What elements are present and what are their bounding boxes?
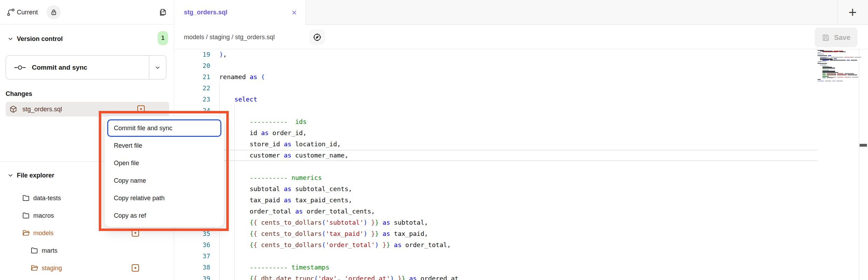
tab-stg-orders[interactable]: stg_orders.sql — [174, 0, 306, 25]
code-line-39: {{ dbt.date_trunc('day', 'ordered_at') }… — [219, 273, 459, 280]
line-number: 38 — [189, 262, 210, 273]
menu-item-copy-name[interactable]: Copy name — [107, 172, 221, 189]
chevron-down-icon — [7, 172, 14, 179]
menu-item-open-file[interactable]: Open file — [107, 154, 221, 172]
code-editor[interactable]: 1920212223242526272829303132333435363738… — [174, 49, 868, 280]
folder-closed-icon — [22, 194, 30, 202]
folder-closed-icon — [30, 246, 39, 254]
tree-item-label: marts — [42, 247, 57, 254]
save-button-label: Save — [834, 34, 850, 42]
code-line-28: customer as customer_name, — [219, 150, 459, 161]
file-header-bar: models / staging / stg_orders.sql Save — [174, 25, 868, 49]
minimap-row — [818, 82, 858, 82]
tree-item-staging[interactable]: staging — [0, 259, 174, 277]
line-number: 20 — [189, 60, 210, 71]
code-line-31: subtotal as subtotal_cents, — [219, 183, 459, 195]
folder-open-icon — [22, 229, 30, 237]
code-line-19: ), — [219, 49, 459, 60]
line-number: 24 — [189, 105, 210, 116]
code-line-26: id as order_id, — [219, 127, 459, 139]
version-control-section-header[interactable]: Version control 1 — [0, 31, 174, 47]
line-number: 21 — [189, 71, 210, 83]
folder-open-icon — [30, 264, 39, 272]
code-line-35: {{ cents_to_dollars('tax_paid') }} as ta… — [219, 228, 459, 239]
section-title: Version control — [17, 35, 63, 43]
tree-item-label: models — [33, 230, 54, 237]
new-tab-button[interactable]: + — [842, 0, 863, 24]
code-line-21: renamed as ( — [219, 71, 459, 83]
close-icon[interactable] — [291, 9, 298, 16]
commit-and-sync-button[interactable]: Commit and sync — [6, 56, 149, 79]
branch-header: Current — [0, 0, 174, 24]
menu-item-commit-file-and-sync[interactable]: Commit file and sync — [107, 119, 221, 137]
code-line-37 — [219, 251, 459, 262]
overview-ruler-cursor-marker — [860, 144, 867, 147]
main-panel: stg_orders.sql + models / staging / stg_… — [174, 0, 868, 280]
tabbar-separator — [837, 0, 838, 24]
line-number: 37 — [189, 251, 210, 262]
commit-options-dropdown[interactable] — [149, 56, 166, 79]
commit-and-sync-split-button: Commit and sync — [6, 55, 166, 79]
code-content: ),renamed as ( select ---------- ids id … — [219, 49, 459, 280]
code-line-38: ---------- timestamps — [219, 262, 459, 273]
branch-name: Current — [17, 0, 38, 24]
model-cube-icon — [9, 105, 18, 113]
code-line-36: {{ cents_to_dollars('order_total') }} as… — [219, 239, 459, 251]
save-button[interactable]: Save — [815, 28, 857, 47]
code-line-22 — [219, 83, 459, 94]
git-commit-icon — [14, 63, 26, 72]
code-line-33: order_total as order_total_cents, — [219, 206, 459, 217]
line-number: 39 — [189, 273, 210, 280]
changed-file-row[interactable]: stg_orders.sql — [6, 102, 169, 117]
overview-ruler-divider — [859, 49, 859, 280]
line-number: 19 — [189, 49, 210, 60]
line-number: 36 — [189, 239, 210, 251]
save-icon — [822, 34, 830, 42]
tree-item-label: data-tests — [33, 195, 61, 202]
menu-item-copy-as-ref[interactable]: Copy as ref — [107, 207, 221, 224]
file-context-menu: Commit file and syncRevert fileOpen file… — [104, 116, 224, 227]
chevron-down-icon — [7, 35, 14, 42]
code-line-32: tax_paid as tax_paid_cents, — [219, 195, 459, 206]
code-line-23: select — [219, 94, 459, 105]
code-line-34: {{ cents_to_dollars('subtotal') }} as su… — [219, 217, 459, 228]
line-number: 22 — [189, 83, 210, 94]
line-number: 35 — [189, 228, 210, 239]
modified-indicator-badge — [132, 229, 139, 237]
breadcrumb: models / staging / stg_orders.sql — [184, 33, 275, 41]
tab-bar: stg_orders.sql + — [174, 0, 868, 25]
changes-heading: Changes — [6, 90, 32, 98]
code-line-29 — [219, 161, 459, 172]
changed-file-name: stg_orders.sql — [22, 106, 62, 113]
commit-button-label: Commit and sync — [32, 64, 87, 71]
line-number: 23 — [189, 94, 210, 105]
dbt-ide-window: Current Version control 1 — [0, 0, 868, 280]
code-line-24 — [219, 105, 459, 116]
tree-item-label: staging — [42, 265, 62, 272]
explore-lineage-button[interactable] — [309, 29, 325, 45]
code-line-20 — [219, 60, 459, 71]
folder-closed-icon — [22, 211, 30, 219]
modified-indicator-badge — [132, 264, 139, 272]
code-line-27: store_id as location_id, — [219, 139, 459, 150]
read-only-badge — [47, 5, 61, 19]
menu-item-revert-file[interactable]: Revert file — [107, 137, 221, 154]
copy-files-icon[interactable] — [158, 7, 167, 17]
lock-icon — [50, 9, 57, 16]
tab-label: stg_orders.sql — [184, 9, 227, 16]
menu-item-copy-relative-path[interactable]: Copy relative path — [107, 189, 221, 207]
git-branch-icon — [6, 8, 15, 17]
code-line-25: ---------- ids — [219, 116, 459, 127]
modified-indicator-badge — [137, 105, 145, 113]
chevron-down-icon — [154, 64, 161, 71]
compass-icon — [312, 33, 322, 42]
section-title: File explorer — [17, 172, 54, 179]
code-line-30: ---------- numerics — [219, 172, 459, 183]
changes-count-badge: 1 — [158, 31, 168, 45]
minimap[interactable] — [818, 50, 858, 84]
tree-item-label: macros — [33, 212, 54, 219]
tree-item-marts[interactable]: marts — [0, 242, 174, 259]
